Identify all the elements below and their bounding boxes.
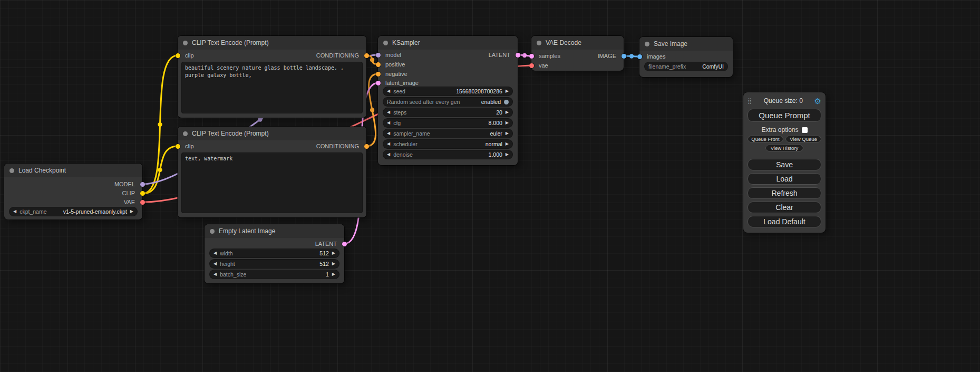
decrement-arrow-icon[interactable]: ◀: [214, 251, 217, 255]
conditioning-output-slot[interactable]: [364, 144, 369, 149]
collapse-dot-icon[interactable]: [537, 41, 541, 45]
next-value-arrow-icon[interactable]: ▶: [506, 142, 509, 146]
input-label: vae: [539, 62, 548, 69]
decrement-arrow-icon[interactable]: ◀: [387, 152, 390, 157]
vae-input-slot[interactable]: [529, 63, 534, 68]
cfg-widget[interactable]: ◀ cfg 8.000 ▶: [383, 119, 512, 127]
denoise-widget[interactable]: ◀ denoise 1.000 ▶: [383, 150, 512, 159]
node-title: CLIP Text Encode (Prompt): [192, 39, 269, 46]
seed-widget[interactable]: ◀ seed 156680208700286 ▶: [383, 87, 512, 96]
output-label: CONDITIONING: [316, 143, 359, 149]
clip-input-slot[interactable]: [176, 53, 180, 58]
input-label: samples: [539, 53, 560, 59]
node-vae-decode[interactable]: VAE Decode samples IMAGE vae: [531, 36, 624, 71]
decrement-arrow-icon[interactable]: ◀: [387, 110, 390, 115]
sampler-name-widget[interactable]: ◀ sampler_name euler ▶: [383, 129, 512, 138]
vae-output-slot[interactable]: [140, 200, 145, 205]
input-label: negative: [385, 71, 407, 77]
load-button[interactable]: Load: [748, 173, 821, 185]
model-output-slot[interactable]: [140, 182, 145, 187]
clip-input-slot[interactable]: [176, 144, 180, 149]
node-title-bar[interactable]: Load Checkpoint: [4, 164, 142, 177]
prev-value-arrow-icon[interactable]: ◀: [13, 209, 16, 214]
view-history-button[interactable]: View History: [765, 145, 803, 151]
collapse-dot-icon[interactable]: [383, 41, 388, 45]
node-title-bar[interactable]: CLIP Text Encode (Prompt): [178, 36, 366, 50]
latent-output-slot[interactable]: [342, 242, 347, 246]
collapse-dot-icon[interactable]: [210, 229, 215, 234]
decrement-arrow-icon[interactable]: ◀: [387, 89, 390, 93]
refresh-button[interactable]: Refresh: [748, 187, 821, 199]
extra-options-checkbox[interactable]: [802, 127, 808, 133]
prev-value-arrow-icon[interactable]: ◀: [387, 131, 390, 136]
collapse-dot-icon[interactable]: [183, 131, 188, 136]
panel-header: ⣿ Queue size: 0 ⚙: [748, 96, 821, 106]
prompt-textarea[interactable]: text, watermark: [182, 153, 362, 213]
output-label: LATENT: [489, 52, 510, 58]
output-row-model: MODEL: [4, 179, 142, 189]
slot-row-model: model LATENT: [378, 50, 518, 60]
output-row-clip: CLIP: [4, 188, 142, 198]
node-title-bar[interactable]: VAE Decode: [531, 36, 624, 50]
widget-label: width: [220, 250, 233, 256]
increment-arrow-icon[interactable]: ▶: [332, 272, 335, 276]
increment-arrow-icon[interactable]: ▶: [506, 152, 509, 157]
drag-handle-icon[interactable]: ⣿: [748, 98, 752, 104]
negative-input-slot[interactable]: [376, 72, 381, 77]
queue-front-button[interactable]: Queue Front: [748, 136, 783, 142]
node-empty-latent-image[interactable]: Empty Latent Image LATENT ◀ width 512 ▶ …: [205, 224, 344, 283]
steps-widget[interactable]: ◀ steps 20 ▶: [383, 108, 512, 117]
increment-arrow-icon[interactable]: ▶: [506, 110, 509, 115]
view-queue-button[interactable]: View Queue: [785, 136, 821, 142]
scheduler-widget[interactable]: ◀ scheduler normal ▶: [383, 140, 512, 148]
increment-arrow-icon[interactable]: ▶: [332, 251, 335, 255]
collapse-dot-icon[interactable]: [645, 42, 649, 46]
increment-arrow-icon[interactable]: ▶: [506, 121, 509, 125]
node-title-bar[interactable]: CLIP Text Encode (Prompt): [178, 127, 366, 140]
node-title: VAE Decode: [546, 39, 581, 46]
prompt-textarea[interactable]: beautiful scenery nature glass bottle la…: [182, 62, 362, 113]
node-load-checkpoint[interactable]: Load Checkpoint MODEL CLIP VAE ◀ ckpt_na…: [4, 164, 142, 220]
image-output-slot[interactable]: [622, 54, 626, 59]
positive-input-slot[interactable]: [376, 62, 381, 67]
clear-button[interactable]: Clear: [748, 202, 821, 213]
decrement-arrow-icon[interactable]: ◀: [387, 121, 390, 125]
increment-arrow-icon[interactable]: ▶: [506, 89, 509, 93]
increment-arrow-icon[interactable]: ▶: [332, 262, 335, 266]
model-input-slot[interactable]: [376, 53, 381, 58]
collapse-dot-icon[interactable]: [9, 168, 14, 173]
node-title-bar[interactable]: Empty Latent Image: [205, 224, 344, 238]
queue-prompt-button[interactable]: Queue Prompt: [748, 109, 821, 122]
prev-value-arrow-icon[interactable]: ◀: [387, 142, 390, 146]
latent-image-input-slot[interactable]: [376, 81, 381, 85]
node-title-bar[interactable]: KSampler: [378, 36, 518, 50]
load-default-button[interactable]: Load Default: [748, 216, 821, 227]
clip-output-slot[interactable]: [140, 191, 145, 196]
next-value-arrow-icon[interactable]: ▶: [506, 131, 509, 136]
extra-options-label: Extra options: [761, 126, 798, 133]
conditioning-output-slot[interactable]: [364, 53, 369, 58]
decrement-arrow-icon[interactable]: ◀: [214, 272, 217, 276]
latent-output-slot[interactable]: [516, 53, 520, 58]
node-ksampler[interactable]: KSampler model LATENT positive negative …: [378, 36, 518, 165]
toggle-dot-icon[interactable]: [504, 100, 509, 104]
node-clip-text-encode-negative[interactable]: CLIP Text Encode (Prompt) clip CONDITION…: [178, 127, 366, 217]
batch-size-widget[interactable]: ◀ batch_size 1 ▶: [210, 270, 339, 279]
width-widget[interactable]: ◀ width 512 ▶: [210, 249, 339, 257]
gear-icon[interactable]: ⚙: [814, 97, 821, 105]
save-button[interactable]: Save: [748, 159, 821, 170]
widget-label: denoise: [393, 151, 413, 158]
collapse-dot-icon[interactable]: [183, 41, 188, 45]
ckpt-name-widget[interactable]: ◀ ckpt_name v1-5-pruned-emaonly.ckpt ▶: [9, 207, 137, 216]
images-input-slot[interactable]: [637, 54, 642, 59]
random-seed-toggle-widget[interactable]: Random seed after every gen enabled: [383, 98, 512, 106]
node-save-image[interactable]: Save Image images filename_prefix ComfyU…: [639, 37, 733, 77]
node-clip-text-encode-positive[interactable]: CLIP Text Encode (Prompt) clip CONDITION…: [178, 36, 366, 118]
output-row-vae: VAE: [4, 197, 142, 207]
height-widget[interactable]: ◀ height 512 ▶: [210, 260, 339, 268]
node-title-bar[interactable]: Save Image: [639, 37, 733, 51]
filename-prefix-widget[interactable]: filename_prefix ComfyUI: [645, 62, 727, 71]
samples-input-slot[interactable]: [529, 54, 534, 59]
decrement-arrow-icon[interactable]: ◀: [214, 262, 217, 266]
next-value-arrow-icon[interactable]: ▶: [130, 209, 133, 214]
